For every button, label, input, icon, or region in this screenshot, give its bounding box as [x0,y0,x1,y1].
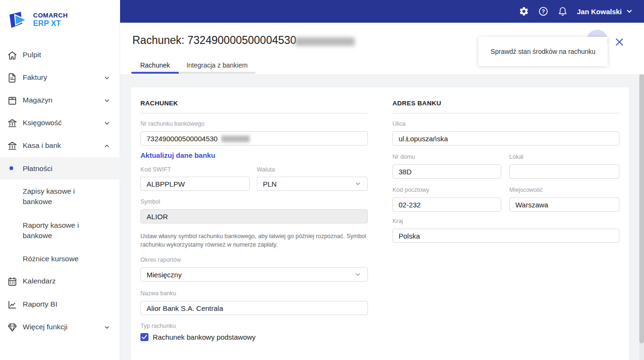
waluta-label: Waluta [257,166,275,173]
typ-rachunku-label: Typ rachunku [140,323,176,329]
brand-name: COMARCH [33,12,68,19]
user-name: Jan Kowalski [577,8,622,16]
bank-icon [7,118,18,129]
chart-icon [7,299,18,310]
tab-rachunek[interactable]: Rachunek [131,56,179,74]
chevron-down-icon [354,180,362,188]
sidebar-item-kalendarz[interactable]: Kalendarz [0,270,120,293]
bank-icon [7,140,18,152]
symbol-label: Symbol [140,198,160,205]
kraj-input[interactable] [392,229,619,243]
user-menu[interactable]: Jan Kowalski [577,7,634,16]
chevron-down-icon [103,120,111,127]
chevron-down-icon [625,7,634,16]
chevron-down-icon [354,271,362,278]
nazwa-banku-input[interactable] [140,301,368,315]
kod-swift-label: Kod SWIFT [140,166,171,173]
section-heading-rachunek: RACHUNEK [140,100,178,107]
check-icon [140,333,148,341]
scrollbar-thumb[interactable] [639,74,644,343]
typ-rachunku-checkbox[interactable] [140,333,148,341]
sidebar-item-pulpit[interactable]: Pulpit [0,44,120,67]
sidebar-item-kasa-i-bank[interactable]: Kasa i bank [0,135,120,157]
sidebar-item-roznice-kursowe[interactable]: Różnice kursowe [0,251,120,266]
sidebar-item-ksiegowosc[interactable]: Księgowość [0,112,120,135]
sidebar-item-zapisy-kasowe[interactable]: Zapisy kasowe i bankowe [0,183,120,208]
chevron-down-icon [103,74,111,82]
kod-pocztowy-input[interactable] [392,197,501,212]
kraj-label: Kraj [392,218,403,224]
chevron-down-icon [103,324,111,331]
okres-raportow-select[interactable]: Miesięczny [140,267,368,282]
section-heading-adres-banku: ADRES BANKU [392,100,441,107]
sidebar-item-faktury[interactable]: Faktury [0,67,120,89]
settings-icon[interactable] [519,6,529,17]
ulica-input[interactable] [392,131,619,146]
inactive-tab-underline [179,72,255,74]
page-title: Rachunek: 732490000500004530 [132,34,296,47]
scrollbar[interactable] [639,74,644,360]
box-icon [7,95,18,106]
redacted-account-suffix [221,136,250,142]
home-icon [7,50,18,61]
section-divider [140,113,368,113]
comarch-logo-icon [9,10,27,29]
kod-pocztowy-label: Kod pocztowy [392,187,429,193]
brand-product: ERP XT [33,19,68,28]
active-bullet [9,166,13,170]
active-tab-underline [131,72,179,74]
brand-logo[interactable]: COMARCH ERP XT [9,10,68,29]
notice-tooltip: Sprawdź stan środków na rachunku [479,37,608,66]
sidebar-item-raporty-bi[interactable]: Raporty BI [0,293,120,316]
symbol-help-text: Ustaw własny symbol rachunku bankowego, … [140,232,369,249]
nr-rachunku-label: Nr rachunku bankowego [140,120,205,127]
diamond-icon [7,322,18,333]
nr-domu-label: Nr domu [392,154,415,160]
miejscowosc-label: Miejscowość [509,187,543,193]
sidebar-item-wiecej-funkcji[interactable]: Więcej funkcji [0,316,120,339]
aktualizuj-dane-banku-link[interactable]: Aktualizuj dane banku [140,151,215,159]
nazwa-banku-label: Nazwa banku [140,290,176,297]
nr-rachunku-input[interactable]: 732490000500004530 [140,131,368,146]
close-icon[interactable] [614,37,625,47]
waluta-select[interactable]: PLN [257,177,368,191]
sidebar: COMARCH ERP XT Pulpit Faktury Magazyn Ks… [0,0,120,360]
tab-integracja-z-bankiem[interactable]: Integracja z bankiem [179,56,255,74]
help-icon[interactable]: ? [538,6,548,17]
symbol-input: ALIOR [140,209,368,223]
chevron-down-icon [103,97,111,104]
notifications-icon[interactable] [557,6,568,17]
lokal-input[interactable] [509,164,619,179]
invoice-icon [7,72,18,84]
sidebar-item-platnosci[interactable]: Płatności [0,157,120,180]
section-divider [392,113,619,113]
calendar-icon [7,276,18,287]
okres-raportow-label: Okres raportów [140,257,181,263]
chevron-up-icon [103,142,111,150]
ulica-label: Ulica [392,120,406,127]
miejscowosc-input[interactable] [509,197,619,212]
svg-text:?: ? [541,9,545,14]
lokal-label: Lokal [509,154,523,160]
form-card: RACHUNEK Nr rachunku bankowego 732490000… [131,87,629,360]
sidebar-item-raporty-kasowe[interactable]: Raporty kasowe i bankowe [0,217,120,242]
redacted-account-suffix [295,37,355,46]
sidebar-item-magazyn[interactable]: Magazyn [0,89,120,112]
topbar: ? Jan Kowalski [120,0,644,23]
content-area: RACHUNEK Nr rachunku bankowego 732490000… [120,74,644,360]
typ-rachunku-checkbox-label: Rachunek bankowy podstawowy [153,333,256,341]
kod-swift-input[interactable] [140,177,250,191]
nr-domu-input[interactable] [392,164,501,179]
